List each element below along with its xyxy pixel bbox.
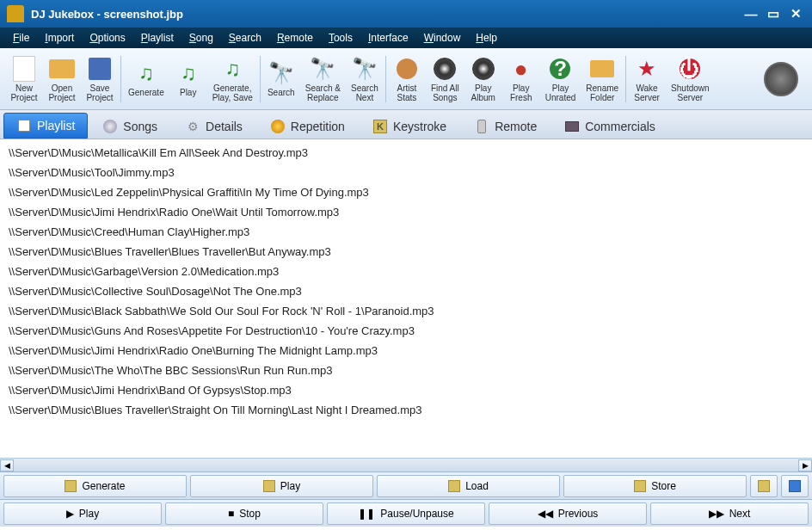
wake-server-button[interactable]: ★WakeServer [628, 52, 666, 107]
playlist-list[interactable]: \\Server\D\Music\Metallica\Kill Em All\S… [0, 139, 812, 458]
playlist-item[interactable]: \\Server\D\Music\Jimi Hendrix\Band Of Gy… [9, 380, 803, 400]
save-project-label: SaveProject [86, 84, 113, 102]
generate-icon: ♫ [132, 59, 160, 87]
search-replace-icon: 🔭 [309, 55, 336, 83]
generate-button[interactable]: ♫Generate [123, 52, 169, 107]
menu-interface[interactable]: Interface [360, 29, 416, 46]
play-icon: ♫ [175, 59, 202, 87]
play-fresh-button[interactable]: ●PlayFresh [502, 52, 540, 107]
playlist-item[interactable]: \\Server\D\Music\Black Sabbath\We Sold O… [9, 301, 803, 321]
artist-stats-label: ArtistStats [397, 84, 417, 102]
tab-commercials[interactable]: Commercials [551, 113, 668, 139]
playlist-item[interactable]: \\Server\D\Music\Creed\Human Clay\Higher… [9, 222, 803, 242]
previous-button[interactable]: ◀◀Previous [489, 502, 647, 525]
playlist-item[interactable]: \\Server\D\Music\Blues Traveller\Straigh… [9, 400, 803, 420]
menu-remote[interactable]: Remote [269, 29, 321, 46]
store-label: Store [651, 480, 676, 492]
tab-details-label: Details [206, 120, 243, 133]
tab-remote-label: Remote [495, 120, 537, 133]
menu-song[interactable]: Song [181, 29, 221, 46]
tab-songs[interactable]: Songs [89, 113, 170, 139]
next-button[interactable]: ▶▶Next [650, 502, 809, 525]
generate-label: Generate [82, 480, 125, 492]
search-replace-button[interactable]: 🔭Search &Replace [300, 52, 346, 107]
extra-button-2[interactable] [781, 475, 809, 497]
horizontal-scrollbar[interactable]: ◀ ▶ [0, 458, 812, 471]
extra-icon-1 [758, 480, 770, 492]
new-project-button[interactable]: NewProject [5, 52, 43, 107]
menu-tools[interactable]: Tools [321, 29, 360, 46]
play-album-button[interactable]: PlayAlbum [464, 52, 502, 107]
playlist-item[interactable]: \\Server\D\Music\Tool\Jimmy.mp3 [9, 163, 803, 182]
store-icon [634, 480, 646, 492]
find-all-songs-icon [431, 55, 458, 83]
scroll-track[interactable] [14, 459, 798, 471]
store-button[interactable]: Store [563, 475, 747, 497]
menu-import[interactable]: Import [37, 29, 82, 46]
load-button[interactable]: Load [377, 475, 560, 497]
tab-keystroke-label: Keystroke [393, 120, 446, 133]
tab-repetition-label: Repetition [291, 120, 345, 133]
rename-folder-button[interactable]: RenameFolder [581, 52, 624, 107]
find-all-songs-button[interactable]: Find AllSongs [426, 52, 464, 107]
play-action-button[interactable]: Play [190, 475, 373, 497]
generate-play-save-button[interactable]: ♫Generate,Play, Save [207, 52, 258, 107]
window-title: DJ Jukebox - screenshot.jbp [31, 8, 738, 21]
play-unrated-button[interactable]: ?PlayUnrated [540, 52, 581, 107]
previous-icon: ◀◀ [538, 508, 553, 520]
play-button[interactable]: ♫Play [169, 52, 207, 107]
tab-repetition[interactable]: Repetition [257, 113, 358, 139]
scroll-right-button[interactable]: ▶ [798, 459, 812, 471]
open-project-button[interactable]: OpenProject [43, 52, 81, 107]
stop-label: Stop [239, 508, 261, 520]
search-button[interactable]: 🔭Search [262, 52, 300, 107]
shutdown-server-button[interactable]: ⏻ShutdownServer [666, 52, 714, 107]
menu-window[interactable]: Window [416, 29, 469, 46]
close-button[interactable]: ✕ [786, 6, 805, 22]
search-next-button[interactable]: 🔭SearchNext [346, 52, 384, 107]
generate-play-save-label: Generate,Play, Save [212, 84, 253, 102]
play-action-icon [263, 480, 275, 492]
playlist-item[interactable]: \\Server\D\Music\Blues Traveller\Blues T… [9, 242, 803, 262]
extra-button-1[interactable] [750, 475, 778, 497]
tab-playlist[interactable]: Playlist [3, 113, 88, 139]
menu-playlist[interactable]: Playlist [133, 29, 181, 46]
pause-label: Pause/Unpause [380, 508, 453, 520]
pause-button[interactable]: ❚❚Pause/Unpause [327, 502, 485, 525]
titlebar: DJ Jukebox - screenshot.jbp — ▭ ✕ [0, 0, 812, 28]
minimize-button[interactable]: — [741, 6, 760, 22]
play-unrated-label: PlayUnrated [545, 84, 576, 102]
artist-stats-button[interactable]: ArtistStats [388, 52, 426, 107]
playlist-item[interactable]: \\Server\D\Music\Jimi Hendrix\Radio One\… [9, 202, 803, 222]
playlist-item[interactable]: \\Server\D\Music\Led Zeppelin\Physical G… [9, 182, 803, 202]
load-label: Load [465, 480, 489, 492]
shutdown-server-icon: ⏻ [676, 55, 704, 83]
playlist-item[interactable]: \\Server\D\Music\Garbage\Version 2.0\Med… [9, 262, 803, 281]
toolbar-separator [385, 56, 386, 102]
playlist-item[interactable]: \\Server\D\Music\Jimi Hendrix\Radio One\… [9, 341, 803, 361]
playlist-item[interactable]: \\Server\D\Music\Metallica\Kill Em All\S… [9, 143, 803, 163]
menu-options[interactable]: Options [82, 29, 132, 46]
volume-knob[interactable] [764, 62, 798, 96]
menu-file[interactable]: File [5, 29, 37, 46]
maximize-button[interactable]: ▭ [764, 6, 783, 22]
generate-button[interactable]: Generate [3, 475, 187, 497]
stop-button[interactable]: ■Stop [165, 502, 323, 525]
play-fresh-label: PlayFresh [510, 84, 532, 102]
next-label: Next [729, 508, 751, 520]
search-next-label: SearchNext [351, 84, 378, 102]
tab-details[interactable]: ⚙Details [172, 113, 255, 139]
menu-search[interactable]: Search [221, 29, 269, 46]
menu-help[interactable]: Help [468, 29, 505, 46]
save-project-button[interactable]: SaveProject [81, 52, 119, 107]
play-album-icon [470, 55, 497, 83]
tab-remote-icon [474, 119, 489, 134]
playlist-item[interactable]: \\Server\D\Music\Collective Soul\Dosage\… [9, 281, 803, 301]
playlist-item[interactable]: \\Server\D\Music\The Who\The BBC Session… [9, 361, 803, 380]
generate-label: Generate [128, 89, 164, 98]
tab-keystroke[interactable]: KKeystroke [360, 113, 459, 139]
tab-remote[interactable]: Remote [461, 113, 550, 139]
play-button[interactable]: ▶Play [3, 502, 162, 525]
playlist-item[interactable]: \\Server\D\Music\Guns And Roses\Appetite… [9, 321, 803, 341]
scroll-left-button[interactable]: ◀ [0, 459, 14, 471]
